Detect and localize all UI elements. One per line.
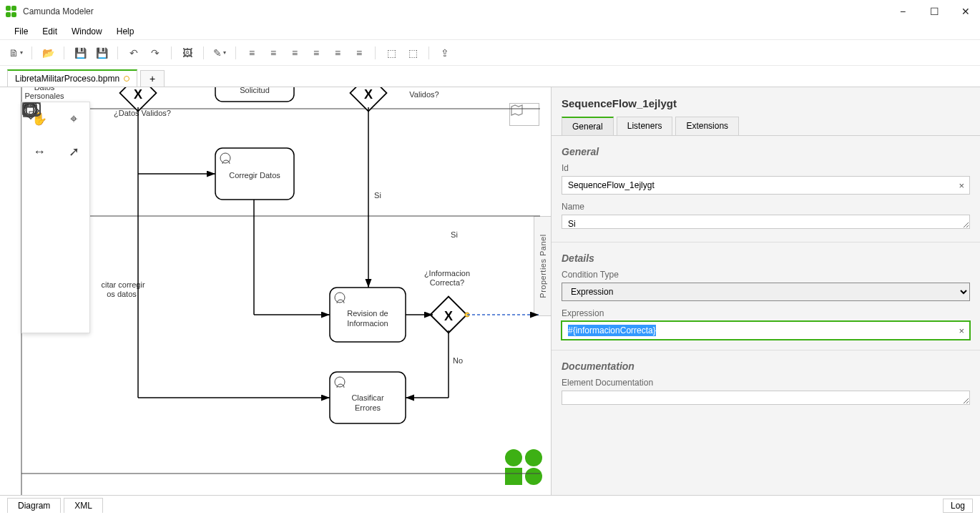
redo-button[interactable]: ↷ <box>147 44 164 62</box>
align-center-button[interactable]: ≡ <box>265 44 282 62</box>
tab-xml[interactable]: XML <box>64 498 103 513</box>
expression-label: Expression <box>562 308 970 318</box>
menu-help[interactable]: Help <box>111 25 140 38</box>
svg-text:Si: Si <box>374 191 381 200</box>
footer-bar: Diagram XML Log <box>0 495 980 515</box>
svg-text:Informacion: Informacion <box>347 319 388 328</box>
svg-text:Corregir Datos: Corregir Datos <box>229 171 280 180</box>
group-details: Details <box>562 252 970 264</box>
id-label: Id <box>562 163 970 173</box>
toolbar-separator <box>428 46 429 59</box>
app-logo-icon <box>6 6 17 17</box>
clear-id-icon[interactable]: × <box>959 180 964 191</box>
expression-input[interactable]: #{informacionCorrecta} <box>562 321 970 340</box>
svg-text:X: X <box>134 87 142 102</box>
group-general: General <box>562 146 970 157</box>
align-left-button[interactable]: ≡ <box>243 44 260 62</box>
svg-text:Clasificar: Clasificar <box>351 393 384 402</box>
svg-text:X: X <box>364 87 373 102</box>
documentation-label: Element Documentation <box>562 378 970 388</box>
minimize-button[interactable]: − <box>894 6 911 17</box>
menu-file[interactable]: File <box>9 25 34 38</box>
align-top-button[interactable]: ≡ <box>308 44 325 62</box>
expression-value: #{informacionCorrecta} <box>568 325 656 336</box>
tab-listeners[interactable]: Listeners <box>617 117 673 135</box>
id-input[interactable] <box>562 176 970 195</box>
unsaved-indicator-icon <box>124 76 129 82</box>
diagram-canvas[interactable]: ✋ ⌖ ↔ ➚ Properties Pane <box>0 87 551 495</box>
image-button[interactable]: 🖼 <box>179 44 196 62</box>
menu-window[interactable]: Window <box>66 25 108 38</box>
group-documentation: Documentation <box>562 360 970 372</box>
tab-extensions[interactable]: Extensions <box>675 117 739 135</box>
divider <box>552 242 980 242</box>
condition-type-select[interactable]: Expression <box>562 283 970 301</box>
open-button[interactable]: 📂 <box>39 44 57 62</box>
toolbar-separator <box>117 46 118 59</box>
save-button[interactable]: 💾 <box>72 44 89 62</box>
file-tab-row: LibretaMilitarProceso.bpmn + <box>0 66 980 87</box>
file-tab[interactable]: LibretaMilitarProceso.bpmn <box>7 69 137 87</box>
clear-expression-icon[interactable]: × <box>959 325 964 336</box>
properties-body: General Id × Name Details Condition Type… <box>552 135 980 429</box>
svg-text:Solicitud: Solicitud <box>240 87 270 94</box>
title-bar: Camunda Modeler − ☐ ✕ <box>0 0 980 23</box>
svg-text:Si: Si <box>451 230 458 239</box>
undo-button[interactable]: ↶ <box>125 44 142 62</box>
documentation-input[interactable] <box>562 391 970 405</box>
svg-text:Validos?: Validos? <box>409 90 438 99</box>
properties-tabs: General Listeners Extensions <box>552 109 980 135</box>
svg-text:X: X <box>444 309 453 323</box>
distribute-h-button[interactable]: ⬚ <box>383 44 400 62</box>
name-input[interactable] <box>562 215 970 229</box>
toolbar-separator <box>31 46 32 59</box>
distribute-v-button[interactable]: ⬚ <box>404 44 421 62</box>
tab-general[interactable]: General <box>562 117 614 135</box>
color-button[interactable]: ✎ <box>211 44 228 62</box>
align-bottom-button[interactable]: ≡ <box>351 44 368 62</box>
svg-text:Personales: Personales <box>24 92 64 100</box>
menu-edit[interactable]: Edit <box>36 25 63 38</box>
toolbar: 🗎 📂 💾 💾 ↶ ↷ 🖼 ✎ ≡ ≡ ≡ ≡ ≡ ≡ ⬚ ⬚ ⇪ <box>0 40 980 66</box>
participant-icon[interactable] <box>22 300 57 333</box>
menu-bar: File Edit Window Help <box>0 23 980 40</box>
save-as-button[interactable]: 💾 <box>93 44 110 62</box>
svg-text:¿Datos Validos?: ¿Datos Validos? <box>114 109 171 117</box>
name-label: Name <box>562 202 970 212</box>
toolbar-separator <box>375 46 376 59</box>
properties-panel: SequenceFlow_1ejlygt General Listeners E… <box>551 87 980 495</box>
toolbar-separator <box>171 46 172 59</box>
align-right-button[interactable]: ≡ <box>286 44 303 62</box>
svg-text:Correcta?: Correcta? <box>430 278 464 287</box>
svg-text:¿Informacion: ¿Informacion <box>424 269 470 278</box>
log-button[interactable]: Log <box>943 499 973 513</box>
maximize-button[interactable]: ☐ <box>926 6 943 17</box>
svg-rect-9 <box>23 103 40 114</box>
elements-palette: ✋ ⌖ ↔ ➚ <box>21 102 90 333</box>
svg-text:Errores: Errores <box>355 403 381 412</box>
toolbar-separator <box>235 46 236 59</box>
svg-text:No: No <box>453 356 463 365</box>
align-middle-button[interactable]: ≡ <box>329 44 346 62</box>
svg-text:os datos: os datos <box>107 290 137 298</box>
app-title: Camunda Modeler <box>23 6 94 16</box>
toolbar-separator <box>203 46 204 59</box>
main-area: ✋ ⌖ ↔ ➚ Properties Pane <box>0 87 980 495</box>
file-tab-label: LibretaMilitarProceso.bpmn <box>15 74 119 84</box>
divider <box>552 350 980 350</box>
toolbar-separator <box>64 46 64 59</box>
window-controls: − ☐ ✕ <box>894 6 974 17</box>
close-button[interactable]: ✕ <box>957 6 974 17</box>
new-file-button[interactable]: 🗎 <box>7 44 24 62</box>
svg-text:Revision de: Revision de <box>347 309 388 318</box>
selected-element-title: SequenceFlow_1ejlygt <box>552 87 980 109</box>
condition-type-label: Condition Type <box>562 270 970 280</box>
deploy-button[interactable]: ⇪ <box>436 44 454 62</box>
tab-diagram[interactable]: Diagram <box>7 498 61 513</box>
add-tab-button[interactable]: + <box>140 70 165 87</box>
